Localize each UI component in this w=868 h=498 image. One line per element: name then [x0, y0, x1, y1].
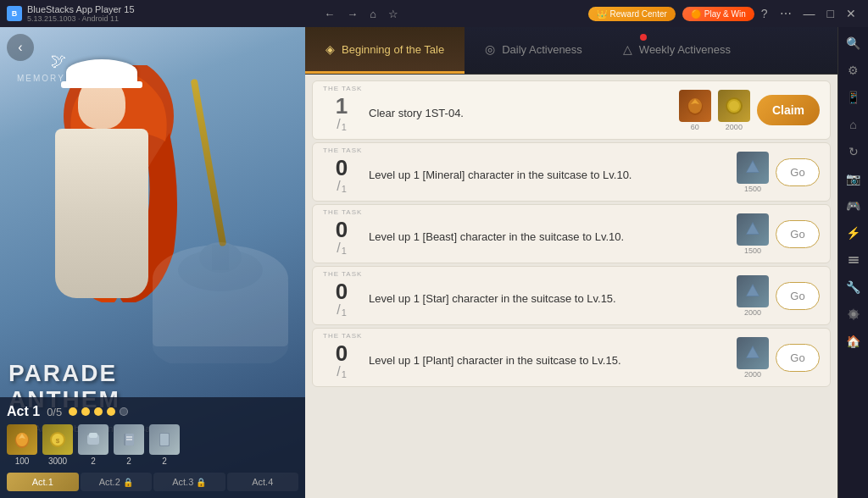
claim-button-1[interactable]: Claim — [757, 95, 820, 125]
amber-icon — [7, 424, 37, 455]
svg-point-26 — [729, 101, 739, 111]
quest-progress-1: 1 /1 — [323, 88, 360, 132]
quest-desc-5: Level up 1 [Plant] character in the suit… — [369, 346, 728, 368]
q-reward-5: 2000 — [737, 337, 769, 379]
quest-item-5: THE TASK 0 /1 Level up 1 [Plant] charact… — [312, 328, 831, 387]
sidebar-zap-icon[interactable]: ⚡ — [841, 220, 866, 246]
sidebar-game-icon[interactable]: 🎮 — [841, 193, 866, 219]
svg-marker-28 — [747, 162, 759, 172]
dot-3 — [94, 407, 103, 416]
lock-icon-3: 🔒 — [196, 478, 206, 487]
back-button[interactable]: ‹ — [7, 34, 34, 61]
quest-reward-area-4: 2000 Go — [737, 275, 820, 317]
reward-book: 2 — [114, 424, 144, 466]
content-row: ‹ 🕊 MEMORY OF GLORY — [0, 27, 868, 498]
go-button-2[interactable]: Go — [776, 158, 820, 186]
sidebar-house-icon[interactable]: 🏠 — [841, 329, 866, 354]
svg-text:$: $ — [56, 437, 60, 445]
quest-denom-4: /1 — [337, 302, 347, 318]
glove-count: 2 — [91, 456, 96, 466]
nav-bookmark-button[interactable]: ☆ — [384, 6, 403, 22]
go-button-4[interactable]: Go — [776, 282, 820, 310]
sidebar-layers-icon[interactable] — [841, 247, 866, 273]
minimize-button[interactable]: — — [798, 5, 821, 22]
reward-coin: $ 3000 — [42, 424, 73, 466]
sidebar-tool-icon[interactable]: 🔧 — [841, 274, 866, 300]
paper-count: 2 — [162, 456, 167, 466]
q-reward-gray-icon-4 — [737, 275, 769, 307]
game-panel: ‹ 🕊 MEMORY OF GLORY — [0, 27, 305, 498]
nav-forward-button[interactable]: → — [342, 6, 362, 22]
maximize-button[interactable]: □ — [822, 5, 839, 22]
act-title: Act 1 — [7, 404, 40, 419]
quest-progress-2: 0 /1 — [323, 150, 360, 194]
tab-weekly-icon: △ — [623, 42, 632, 56]
quest-denom-1: /1 — [337, 117, 347, 132]
coin-icon: $ — [42, 424, 73, 455]
act-tabs: Act.1 Act.2 🔒 Act.3 🔒 Act.4 — [7, 473, 298, 491]
act-tab-4[interactable]: Act.4 — [227, 473, 299, 491]
quest-current-5: 0 — [336, 342, 348, 364]
dot-1 — [69, 407, 77, 416]
close-button[interactable]: ✕ — [841, 5, 861, 22]
act-tab-1[interactable]: Act.1 — [7, 473, 79, 491]
act-progress: 0/5 — [47, 406, 62, 418]
go-button-5[interactable]: Go — [776, 344, 820, 372]
tab-beginning[interactable]: ◈ Beginning of the Tale — [305, 27, 465, 74]
app-title: BlueStacks App Player 15 — [27, 4, 135, 14]
title-bar-right: 👑 Reward Center 🟠 Play & Win ? ⋯ — □ ✕ — [588, 5, 861, 22]
quest-rewards-1: 60 — [679, 90, 711, 131]
arch-decoration — [144, 228, 297, 367]
nav-back-button[interactable]: ← — [320, 6, 339, 22]
quest-task-label-2: THE TASK — [323, 147, 362, 154]
sidebar-gear-icon[interactable] — [841, 302, 866, 327]
q-reward-3: 1500 — [737, 213, 769, 255]
sidebar-search-icon[interactable]: 🔍 — [841, 30, 866, 56]
q-reward-count-3: 1500 — [744, 246, 761, 255]
book-icon — [114, 424, 144, 455]
svg-marker-30 — [747, 224, 759, 234]
char-hat-brim — [61, 81, 142, 88]
quest-item-2: THE TASK 0 /1 Level up 1 [Mineral] chara… — [312, 142, 831, 202]
nav-home-button[interactable]: ⌂ — [365, 6, 381, 22]
tab-daily[interactable]: ◎ Daily Activeness — [465, 27, 603, 74]
app-wrapper: B BlueStacks App Player 15 5.13.215.1003… — [0, 0, 868, 498]
svg-rect-37 — [849, 262, 859, 263]
play-win-button[interactable]: 🟠 Play & Win — [682, 7, 754, 21]
tab-weekly[interactable]: △ Weekly Activeness — [603, 27, 751, 74]
quest-denom-3: /1 — [337, 241, 347, 256]
book-count: 2 — [126, 456, 131, 466]
svg-rect-36 — [849, 259, 859, 261]
act-header: Act 1 0/5 — [7, 404, 298, 419]
quest-current-3: 0 — [336, 219, 348, 241]
sidebar-home-icon[interactable]: ⌂ — [841, 112, 866, 137]
quest-reward-area-5: 2000 Go — [737, 337, 820, 379]
q-reward-2: 1500 — [737, 152, 769, 193]
more-button[interactable]: ⋯ — [775, 5, 797, 22]
act-tab-3[interactable]: Act.3 🔒 — [153, 473, 225, 491]
right-area: ◈ Beginning of the Tale ◎ Daily Activene… — [305, 27, 868, 498]
quest-task-label-4: THE TASK — [323, 270, 362, 278]
act-tab-2[interactable]: Act.2 🔒 — [81, 473, 153, 491]
reward-amber: 100 — [7, 424, 37, 466]
sidebar-settings-icon[interactable]: ⚙ — [841, 58, 866, 83]
quest-list: THE TASK 1 /1 Clear story 1ST-04. — [305, 75, 837, 498]
quest-progress-5: 0 /1 — [323, 335, 360, 379]
quest-denom-5: /1 — [337, 364, 347, 379]
svg-rect-6 — [212, 245, 229, 270]
quest-desc-4: Level up 1 [Star] character in the suitc… — [369, 285, 728, 307]
q-reward-4: 2000 — [737, 275, 769, 317]
sidebar-camera-icon[interactable]: 📷 — [841, 166, 866, 191]
reward-center-button[interactable]: 👑 Reward Center — [588, 7, 676, 21]
quest-desc-2: Level up 1 [Mineral] character in the su… — [369, 161, 728, 183]
go-button-3[interactable]: Go — [776, 220, 820, 248]
q-reward-count-2: 1500 — [744, 185, 761, 193]
reward-paper: 2 — [149, 424, 180, 466]
sidebar-rotate-icon[interactable]: ↻ — [841, 139, 866, 164]
quest-progress-4: 0 /1 — [323, 274, 360, 318]
quest-task-label-1: THE TASK — [323, 85, 362, 92]
title-bar-left: B BlueStacks App Player 15 5.13.215.1003… — [7, 4, 135, 23]
sidebar-phone-icon[interactable]: 📱 — [841, 85, 866, 110]
q-reward-amber-1: 60 — [679, 90, 711, 131]
help-button[interactable]: ? — [761, 7, 768, 20]
